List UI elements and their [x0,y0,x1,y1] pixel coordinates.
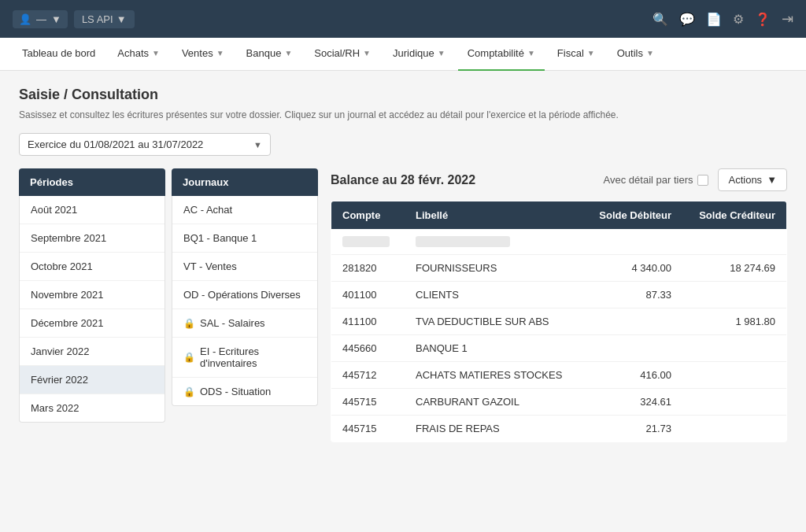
journal-od-operations[interactable]: OD - Opérations Diverses [172,281,317,309]
journal-ac-achat[interactable]: AC - Achat [172,196,317,224]
page-description: Sasissez et consultez les écritures prés… [19,109,787,120]
left-panels: Périodes Août 2021 Septembre 2021 Octobr… [19,168,318,442]
periode-mars-2022[interactable]: Mars 2022 [20,394,165,422]
user-icon: 👤 [19,13,31,25]
journal-ei-inventaires[interactable]: 🔒 EI - Ecritures d'inventaires [172,338,317,378]
periodes-items: Août 2021 Septembre 2021 Octobre 2021 No… [19,196,165,423]
table-row[interactable]: 401100 CLIENTS 87.33 [331,282,787,308]
journal-vt-ventes[interactable]: VT - Ventes [172,253,317,281]
actions-button[interactable]: Actions ▼ [718,168,787,191]
journaux-header: Journaux [172,168,318,196]
cell-libelle-0: FOURNISSEURS [405,255,583,282]
col-solde-crediteur: Solde Créditeur [682,201,786,230]
skeleton-row [331,229,787,255]
cell-debiteur-0: 4 340.00 [583,255,683,282]
user-caret-icon: ▼ [51,13,61,25]
cell-libelle-1: CLIENTS [405,282,583,308]
journal-sal-salaires[interactable]: 🔒 SAL - Salaires [172,309,317,338]
cell-compte-5: 445715 [331,389,405,416]
cell-compte-4: 445712 [331,362,405,389]
nav-ventes[interactable]: Ventes ▼ [172,38,234,71]
nav-achats-caret: ▼ [152,49,160,57]
nav-social-rh-caret: ▼ [363,49,371,57]
periode-janvier-2022[interactable]: Janvier 2022 [20,338,165,366]
table-row[interactable]: 445712 ACHATS MATIERES STOCKES 416.00 [331,362,787,389]
periode-aout-2021[interactable]: Août 2021 [20,196,165,224]
nav-juridique-caret: ▼ [438,49,446,57]
balance-title: Balance au 28 févr. 2022 [331,173,475,187]
nav-banque[interactable]: Banque ▼ [237,38,302,71]
balance-header: Balance au 28 févr. 2022 Avec détail par… [331,168,787,191]
help-icon[interactable]: ❓ [755,12,771,27]
cell-crediteur-0: 18 274.69 [682,255,786,282]
document-icon[interactable]: 📄 [706,12,722,27]
table-row[interactable]: 411100 TVA DEDUCTIBLE SUR ABS 1 981.80 [331,308,787,335]
cell-libelle-5: CARBURANT GAZOIL [405,389,583,416]
periode-septembre-2021[interactable]: Septembre 2021 [20,224,165,253]
nav-comptabilite[interactable]: Comptabilité ▼ [458,38,545,71]
cell-crediteur-1 [682,282,786,308]
nav-outils[interactable]: Outils ▼ [608,38,664,71]
journaux-items: AC - Achat BQ1 - Banque 1 VT - Ventes OD… [172,196,318,406]
balance-table: Compte Libellé Solde Débiteur Solde Créd… [331,201,787,442]
nav-outils-caret: ▼ [646,49,654,57]
user-menu[interactable]: 👤 — ▼ [13,10,68,28]
cell-debiteur-4: 416.00 [583,362,683,389]
balance-controls: Avec détail par tiers Actions ▼ [604,168,787,191]
cell-libelle-4: ACHATS MATIERES STOCKES [405,362,583,389]
exercise-selector[interactable]: Exercice du 01/08/2021 au 31/07/2022 ▼ [19,133,271,156]
col-compte: Compte [331,201,405,230]
cell-compte-0: 281820 [331,255,405,282]
col-libelle: Libellé [405,201,583,230]
org-selector[interactable]: LS API ▼ [74,10,135,28]
cell-compte-2: 411100 [331,308,405,335]
periodes-header: Périodes [19,168,165,196]
chat-icon[interactable]: 💬 [679,12,695,27]
journal-ods-situation[interactable]: 🔒 ODS - Situation [172,378,317,405]
period-journal-row: Périodes Août 2021 Septembre 2021 Octobr… [19,168,318,423]
periodes-panel: Périodes Août 2021 Septembre 2021 Octobr… [19,168,165,423]
periode-fevrier-2022[interactable]: Février 2022 [20,366,165,394]
nav-fiscal[interactable]: Fiscal ▼ [548,38,604,71]
avec-detail-label[interactable]: Avec détail par tiers [604,174,709,186]
page-title: Saisie / Consultation [19,87,787,103]
cell-libelle-3: BANQUE 1 [405,335,583,362]
nav-fiscal-caret: ▼ [587,49,595,57]
lock-ods-icon: 🔒 [183,386,195,397]
settings-icon[interactable]: ⚙ [733,12,744,27]
table-header-row: Compte Libellé Solde Débiteur Solde Créd… [331,201,787,230]
periode-decembre-2021[interactable]: Décembre 2021 [20,309,165,338]
cell-debiteur-1: 87.33 [583,282,683,308]
right-panel: Balance au 28 févr. 2022 Avec détail par… [331,168,787,442]
periode-octobre-2021[interactable]: Octobre 2021 [20,253,165,281]
logout-icon[interactable]: ⇥ [782,10,793,28]
cell-compte-3: 445660 [331,335,405,362]
cell-debiteur-3 [583,335,683,362]
periode-novembre-2021[interactable]: Novembre 2021 [20,281,165,309]
cell-debiteur-6: 21.73 [583,416,683,442]
exercise-label: Exercice du 01/08/2021 au 31/07/2022 [28,139,203,150]
nav-juridique[interactable]: Juridique ▼ [383,38,455,71]
search-icon[interactable]: 🔍 [653,12,668,27]
actions-label: Actions [728,174,762,186]
nav-comptabilite-caret: ▼ [527,49,535,57]
top-navigation: 👤 — ▼ LS API ▼ 🔍 💬 📄 ⚙ ❓ ⇥ [0,0,806,38]
lock-ei-icon: 🔒 [183,352,195,363]
nav-tableau-de-bord[interactable]: Tableau de bord [13,38,105,71]
cell-debiteur-5: 324.61 [583,389,683,416]
journal-bq1-banque1[interactable]: BQ1 - Banque 1 [172,224,317,253]
table-row[interactable]: 445660 BANQUE 1 [331,335,787,362]
nav-achats[interactable]: Achats ▼ [108,38,169,71]
col-solde-debiteur: Solde Débiteur [583,201,683,230]
org-caret-icon: ▼ [116,13,127,25]
main-content: Saisie / Consultation Sasissez et consul… [0,71,806,532]
table-row[interactable]: 445715 FRAIS DE REPAS 21.73 [331,416,787,442]
nav-social-rh[interactable]: Social/RH ▼ [305,38,380,71]
avec-detail-checkbox[interactable] [697,175,708,186]
cell-crediteur-3 [682,335,786,362]
cell-crediteur-5 [682,389,786,416]
table-row[interactable]: 445715 CARBURANT GAZOIL 324.61 [331,389,787,416]
journaux-panel: Journaux AC - Achat BQ1 - Banque 1 VT - … [172,168,318,423]
table-row[interactable]: 281820 FOURNISSEURS 4 340.00 18 274.69 [331,255,787,282]
nav-ventes-caret: ▼ [216,49,224,57]
